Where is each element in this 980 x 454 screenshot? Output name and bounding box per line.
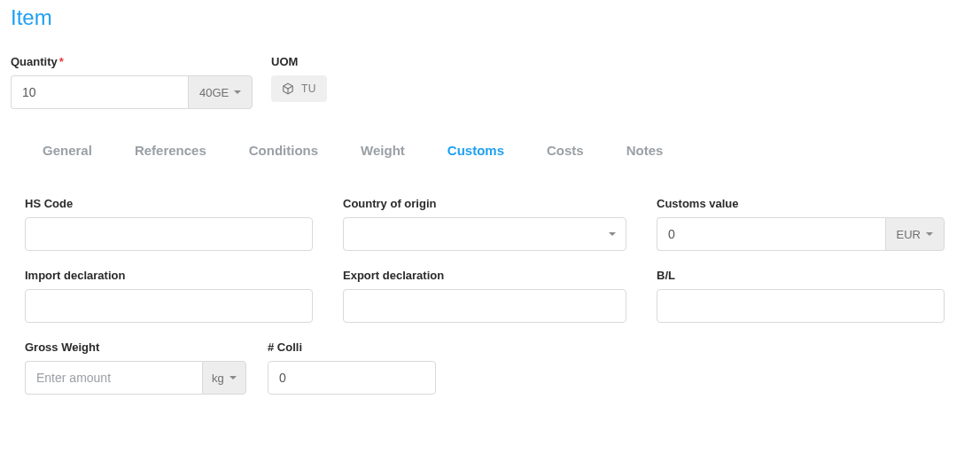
tabs: General References Conditions Weight Cus… bbox=[11, 139, 969, 161]
country-label: Country of origin bbox=[343, 197, 626, 210]
quantity-input[interactable] bbox=[11, 75, 188, 109]
quantity-group: Quantity* 40GE bbox=[11, 55, 241, 109]
chevron-down-icon bbox=[926, 232, 933, 236]
tab-customs[interactable]: Customs bbox=[447, 139, 504, 161]
gross-weight-input[interactable] bbox=[25, 361, 202, 395]
uom-value: TU bbox=[301, 82, 316, 95]
customs-currency-label: EUR bbox=[897, 228, 921, 241]
tab-costs[interactable]: Costs bbox=[547, 139, 584, 161]
quantity-unit-dropdown[interactable]: 40GE bbox=[188, 75, 253, 109]
page-title: Item bbox=[11, 5, 969, 30]
uom-chip[interactable]: TU bbox=[271, 75, 327, 102]
export-decl-input[interactable] bbox=[343, 289, 626, 323]
country-select[interactable] bbox=[343, 217, 626, 251]
chevron-down-icon bbox=[229, 376, 237, 380]
gross-weight-unit-label: kg bbox=[212, 372, 224, 385]
customs-value-input[interactable] bbox=[657, 217, 885, 251]
export-decl-group: Export declaration bbox=[343, 269, 626, 323]
gross-weight-group: Gross Weight kg bbox=[25, 340, 237, 395]
country-group: Country of origin bbox=[343, 197, 626, 251]
tab-weight[interactable]: Weight bbox=[361, 139, 405, 161]
customs-currency-dropdown[interactable]: EUR bbox=[885, 217, 945, 251]
bl-label: B/L bbox=[657, 269, 945, 282]
cube-icon bbox=[282, 82, 294, 95]
country-input[interactable] bbox=[343, 217, 626, 251]
customs-value-group: Customs value EUR bbox=[657, 197, 945, 251]
uom-group: UOM TU bbox=[271, 55, 327, 109]
bl-input[interactable] bbox=[657, 289, 945, 323]
import-decl-label: Import declaration bbox=[25, 269, 313, 282]
hs-code-input[interactable] bbox=[25, 217, 313, 251]
quantity-label: Quantity* bbox=[11, 55, 241, 68]
export-decl-label: Export declaration bbox=[343, 269, 626, 282]
colli-label: # Colli bbox=[268, 340, 436, 354]
hs-code-label: HS Code bbox=[25, 197, 313, 210]
gross-weight-unit-dropdown[interactable]: kg bbox=[202, 361, 246, 395]
tab-references[interactable]: References bbox=[135, 139, 206, 161]
import-decl-input[interactable] bbox=[25, 289, 313, 323]
chevron-down-icon bbox=[609, 232, 616, 236]
bl-group: B/L bbox=[657, 269, 945, 323]
quantity-unit-label: 40GE bbox=[199, 86, 229, 99]
chevron-down-icon bbox=[234, 90, 241, 94]
colli-group: # Colli bbox=[268, 340, 436, 395]
gross-weight-label: Gross Weight bbox=[25, 340, 237, 354]
uom-label: UOM bbox=[271, 55, 327, 68]
tab-notes[interactable]: Notes bbox=[626, 139, 664, 161]
hs-code-group: HS Code bbox=[25, 197, 313, 251]
customs-value-label: Customs value bbox=[657, 197, 945, 210]
import-decl-group: Import declaration bbox=[25, 269, 313, 323]
tab-general[interactable]: General bbox=[43, 139, 92, 161]
tab-conditions[interactable]: Conditions bbox=[249, 139, 318, 161]
colli-input[interactable] bbox=[268, 361, 436, 395]
